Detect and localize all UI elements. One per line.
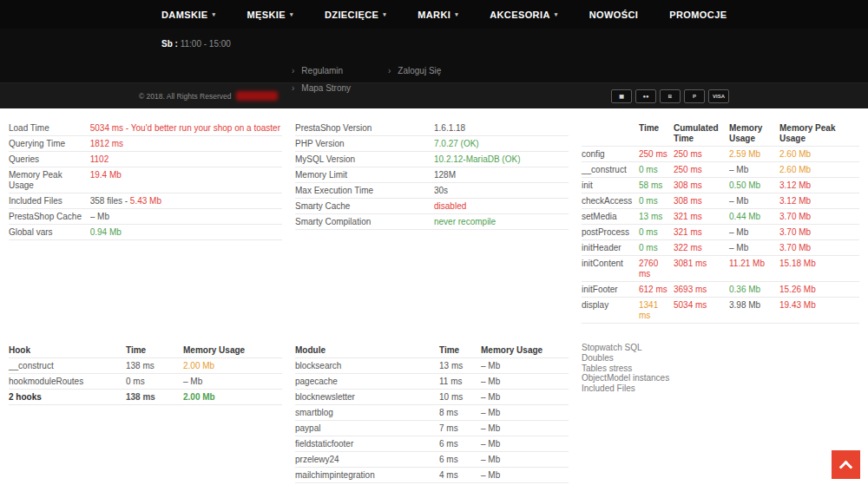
link-mapa-strony[interactable]: Mapa Strony: [292, 83, 351, 93]
cell: 10 ms: [439, 390, 481, 405]
cell-value: 3.70 Mb: [779, 243, 811, 252]
nav-item-akcesoria[interactable]: AKCESORIA▾: [490, 10, 558, 20]
row-label: initHeader: [582, 240, 639, 256]
row-label: initFooter: [582, 282, 639, 298]
cell-value: – Mb: [729, 243, 748, 252]
cell: 3693 ms: [674, 282, 729, 298]
table-row: mailchimpintegration4 ms– Mb: [295, 468, 569, 483]
chevron-down-icon: ▾: [555, 11, 558, 17]
value-part: 30s: [434, 186, 448, 195]
cell: 2.00 Mb: [183, 358, 282, 374]
cell: 3.12 Mb: [779, 193, 859, 209]
cell: 250 ms: [674, 147, 729, 162]
cell-value: 8 ms: [439, 408, 458, 417]
cell: 58 ms: [639, 178, 674, 193]
cell-value: 138 ms: [126, 361, 155, 370]
table-row: pagecache11 ms– Mb: [295, 374, 569, 390]
row-label: smartblog: [295, 405, 439, 421]
table-row: przelewy246 ms– Mb: [295, 452, 569, 468]
cell-value: 322 ms: [674, 243, 702, 252]
modules-table: ModuleTimeMemory Usageblocksearch13 ms– …: [295, 343, 569, 485]
profiler-link-objectmodel-instances[interactable]: ObjectModel instances: [582, 373, 859, 383]
copyright-bar: © 2018. All Rights Reserved ▦●●BPVISA: [0, 82, 868, 108]
nav-item-label: AKCESORIA: [490, 10, 550, 20]
profiler-panel: Load Time5034 ms - You'd better run your…: [0, 108, 868, 485]
table-row: config250 ms250 ms2.59 Mb2.60 Mb: [582, 147, 859, 162]
value-part: 1102: [90, 154, 109, 164]
cell: 612 ms: [639, 282, 674, 298]
table-row: initContent2760 ms3081 ms11.21 Mb15.18 M…: [582, 256, 859, 282]
hours-value: 11:00 - 15:00: [181, 39, 231, 49]
value-part: 10.2.12-MariaDB (OK): [434, 154, 520, 164]
cell-value: 0 ms: [639, 227, 658, 237]
cell-value: 58 ms: [639, 180, 662, 190]
cell-value: 3.70 Mb: [779, 212, 811, 221]
table-row: setMedia13 ms321 ms0.44 Mb3.70 Mb: [582, 209, 859, 225]
cell: – Mb: [729, 240, 779, 256]
cell-value: 2.00 Mb: [183, 361, 214, 370]
cell: 308 ms: [674, 178, 729, 193]
row-label: PrestaShop Cache: [9, 209, 90, 225]
row-label: PHP Version: [295, 136, 434, 152]
table-row: Global vars0.94 Mb: [9, 225, 282, 240]
nav-item-marki[interactable]: MARKI▾: [418, 10, 458, 20]
profiler-link-included-files[interactable]: Included Files: [582, 383, 859, 394]
chevron-up-icon: [839, 460, 853, 474]
table-row: initFooter612 ms3693 ms0.36 Mb15.26 Mb: [582, 282, 859, 298]
link-zaloguj-sie[interactable]: Zaloguj Się: [388, 66, 441, 75]
table-row: PrestaShop Cache– Mb: [9, 209, 282, 225]
cell: – Mb: [481, 374, 569, 390]
profiler-link-stopwatch-sql[interactable]: Stopwatch SQL: [582, 343, 859, 353]
row-value: 5034 ms - You'd better run your shop on …: [90, 121, 282, 136]
table-row: __construct0 ms250 ms– Mb2.60 Mb: [582, 162, 859, 178]
profiler-link-doubles[interactable]: Doubles: [582, 353, 859, 364]
scroll-top-button[interactable]: [832, 450, 860, 479]
cell-value: 0 ms: [639, 196, 658, 206]
value-part: 0.94 Mb: [90, 227, 122, 237]
table-row: smartblog8 ms– Mb: [295, 405, 569, 421]
row-value: 1.6.1.18: [434, 121, 569, 136]
nav-item-męskie[interactable]: MĘSKIE▾: [247, 10, 293, 20]
cell-value: 13 ms: [639, 212, 662, 221]
cell-value: 321 ms: [674, 227, 702, 237]
table-row: Queries1102: [9, 152, 282, 167]
cell-value: 2.60 Mb: [779, 149, 811, 159]
profiler-link-tables-stress[interactable]: Tables stress: [582, 364, 859, 374]
cell: 250 ms: [674, 162, 729, 178]
link-regulamin[interactable]: Regulamin: [292, 66, 343, 75]
row-label: blocksearch: [295, 358, 439, 374]
cell-value: 7 ms: [439, 423, 458, 433]
nav-item-damskie[interactable]: DAMSKIE▾: [161, 10, 215, 20]
column-header: Module: [295, 343, 439, 358]
cell: 15.26 Mb: [779, 282, 859, 298]
table-row: __construct138 ms2.00 Mb: [9, 358, 282, 374]
column-header: Memory Peak Usage: [779, 121, 859, 147]
table-row: hookmoduleRoutes0 ms– Mb: [9, 374, 282, 390]
table-row: Max Execution Time30s: [295, 183, 569, 199]
nav-item-dziecięce[interactable]: DZIECIĘCE▾: [325, 10, 386, 20]
chevron-down-icon: ▾: [290, 11, 293, 17]
cell-value: – Mb: [481, 470, 500, 480]
table-row: Memory Limit128M: [295, 167, 569, 183]
hooks-table: HookTimeMemory Usage__construct138 ms2.0…: [9, 343, 282, 405]
table-row: initHeader0 ms322 ms– Mb3.70 Mb: [582, 240, 859, 256]
opening-hours: Sb : 11:00 - 15:00: [161, 39, 231, 49]
mastercard-icon: ●●: [635, 89, 656, 103]
cell-value: 3081 ms: [674, 259, 707, 268]
cell: 1341 ms: [639, 298, 674, 324]
nav-item-promocje[interactable]: PROMOCJE: [669, 10, 727, 20]
cell-value: 11.21 Mb: [729, 259, 765, 268]
cell: – Mb: [481, 405, 569, 421]
cell: 0 ms: [126, 374, 183, 390]
row-label: przelewy24: [295, 452, 439, 468]
cell: 3.70 Mb: [779, 225, 859, 240]
nav-item-nowości[interactable]: NOWOŚCI: [589, 10, 639, 20]
row-label: Load Time: [9, 121, 90, 136]
row-label: Included Files: [9, 193, 90, 209]
cell-value: 3.12 Mb: [779, 180, 811, 190]
row-label: MySQL Version: [295, 152, 434, 167]
table-row: Memory Peak Usage19.4 Mb: [9, 167, 282, 193]
cell: 19.43 Mb: [779, 298, 859, 324]
cell-value: 6 ms: [439, 439, 458, 449]
row-label: Memory Peak Usage: [9, 167, 90, 193]
